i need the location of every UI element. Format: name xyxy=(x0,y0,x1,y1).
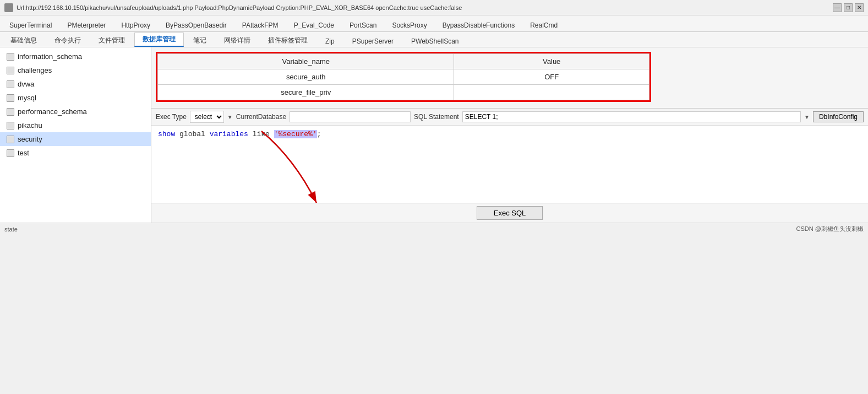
sub-tab-2[interactable]: 文件管理 xyxy=(90,34,133,47)
status-bar: state CSDN @刺椒鱼头没刺椒 xyxy=(0,223,868,235)
table-row: secure_file_priv xyxy=(158,85,649,100)
sub-tab-5[interactable]: 网络详情 xyxy=(216,34,259,47)
app-icon xyxy=(4,3,13,12)
sidebar-item-label: dvwa xyxy=(18,80,34,88)
current-db-label: CurrentDatabase xyxy=(236,113,286,121)
plugin-tab-pmeterpreter[interactable]: PMeterpreter xyxy=(60,19,113,31)
table-header-cell: Value xyxy=(454,54,649,69)
sql-area: Exec Type select ▼ CurrentDatabase SQL S… xyxy=(151,108,868,223)
table-cell: secure_auth xyxy=(158,69,454,85)
sidebar-item-label: security xyxy=(18,135,42,143)
sidebar-item-label: pikachu xyxy=(18,121,42,129)
database-icon xyxy=(7,94,14,102)
plugin-tab-pattackfpm[interactable]: PAttackFPM xyxy=(235,19,286,31)
exec-type-label: Exec Type xyxy=(156,113,187,121)
plugin-tab-bypassdisablefunctions[interactable]: BypassDisableFunctions xyxy=(435,19,522,31)
sub-tab-7[interactable]: Zip xyxy=(317,35,343,47)
window-controls: — □ ✕ xyxy=(833,3,864,12)
right-panel: Variable_nameValue secure_authOFFsecure_… xyxy=(151,47,868,223)
database-icon xyxy=(7,67,14,74)
database-icon xyxy=(7,108,14,116)
exec-sql-button[interactable]: Exec SQL xyxy=(477,206,543,220)
sidebar-item-security[interactable]: security xyxy=(0,132,151,146)
plugin-tab-socksproxy[interactable]: SocksProxy xyxy=(385,19,434,31)
content-area: information_schemachallengesdvwamysqlper… xyxy=(0,47,868,223)
sql-code-area[interactable]: show global variables like '%secure%'; xyxy=(151,126,868,203)
sidebar-item-dvwa[interactable]: dvwa xyxy=(0,77,151,91)
plugin-tab-realcmd[interactable]: RealCmd xyxy=(523,19,565,31)
database-sidebar: information_schemachallengesdvwamysqlper… xyxy=(0,47,151,223)
sql-statement-dropdown-arrow: ▼ xyxy=(804,114,810,120)
plugin-tabs: SuperTerminalPMeterpreterHttpProxyByPass… xyxy=(0,15,868,32)
plugin-tab-httpproxy[interactable]: HttpProxy xyxy=(114,19,157,31)
plugin-tab-bypassopenbasedir[interactable]: ByPassOpenBasedir xyxy=(159,19,234,31)
results-area: Variable_nameValue secure_authOFFsecure_… xyxy=(151,47,868,108)
status-left: state xyxy=(4,226,18,233)
sub-tab-4[interactable]: 笔记 xyxy=(185,34,215,47)
table-body: secure_authOFFsecure_file_priv xyxy=(158,69,649,100)
sidebar-item-label: performance_schema xyxy=(18,107,87,116)
maximize-button[interactable]: □ xyxy=(844,3,853,12)
exec-type-select[interactable]: select xyxy=(190,111,224,123)
sql-statement-input[interactable] xyxy=(462,111,801,122)
sidebar-item-label: mysql xyxy=(18,94,36,102)
sql-semicolon: ; xyxy=(317,130,321,138)
exec-sql-bar: Exec SQL xyxy=(151,203,868,223)
sql-text-like: like xyxy=(248,130,274,138)
results-table-wrapper: Variable_nameValue secure_authOFFsecure_… xyxy=(156,52,651,102)
current-db-input[interactable] xyxy=(290,111,411,122)
table-head: Variable_nameValue xyxy=(158,54,649,69)
table-cell: secure_file_priv xyxy=(158,85,454,100)
table-header-cell: Variable_name xyxy=(158,54,454,69)
sub-tab-8[interactable]: PSuperServer xyxy=(344,35,402,47)
database-icon xyxy=(7,136,14,143)
plugin-tab-superterminal[interactable]: SuperTerminal xyxy=(2,19,59,31)
sub-tab-6[interactable]: 插件标签管理 xyxy=(260,34,316,47)
sub-tab-9[interactable]: PWebShellScan xyxy=(403,35,467,47)
sidebar-item-mysql[interactable]: mysql xyxy=(0,91,151,105)
sql-text-global: global xyxy=(179,130,210,138)
database-icon xyxy=(7,149,14,157)
status-right: CSDN @刺椒鱼头没刺椒 xyxy=(796,225,864,233)
results-table: Variable_nameValue secure_authOFFsecure_… xyxy=(157,53,649,100)
exec-type-dropdown-arrow: ▼ xyxy=(227,114,233,120)
database-icon xyxy=(7,80,14,88)
database-icon xyxy=(7,53,14,61)
sub-tab-0[interactable]: 基础信息 xyxy=(2,34,45,47)
database-icon xyxy=(7,122,14,129)
title-bar: Url:http://192.168.10.150/pikachu/vul/un… xyxy=(0,0,868,15)
plugin-tab-portscan[interactable]: PortScan xyxy=(342,19,384,31)
sub-tabs: 基础信息命令执行文件管理数据库管理笔记网络详情插件标签管理ZipPSuperSe… xyxy=(0,32,868,47)
sidebar-item-challenges[interactable]: challenges xyxy=(0,63,151,77)
exec-bar: Exec Type select ▼ CurrentDatabase SQL S… xyxy=(151,109,868,126)
title-text: Url:http://192.168.10.150/pikachu/vul/un… xyxy=(17,4,462,11)
sidebar-item-test[interactable]: test xyxy=(0,146,151,160)
plugin-tab-p_eval_code[interactable]: P_Eval_Code xyxy=(287,19,341,31)
sql-string-value: '%secure%' xyxy=(274,130,317,138)
sidebar-item-information_schema[interactable]: information_schema xyxy=(0,50,151,63)
sql-statement-label: SQL Statement xyxy=(414,113,459,121)
sidebar-item-label: challenges xyxy=(18,66,52,74)
sidebar-item-label: test xyxy=(18,149,29,157)
sub-tab-1[interactable]: 命令执行 xyxy=(46,34,89,47)
db-info-config-button[interactable]: DbInfoConfig xyxy=(813,111,864,122)
minimize-button[interactable]: — xyxy=(833,3,842,12)
close-button[interactable]: ✕ xyxy=(855,3,864,12)
sidebar-item-performance_schema[interactable]: performance_schema xyxy=(0,105,151,118)
sidebar-item-label: information_schema xyxy=(18,52,82,61)
sql-keyword-show: show xyxy=(158,130,175,138)
table-header-row: Variable_nameValue xyxy=(158,54,649,69)
sub-tab-3[interactable]: 数据库管理 xyxy=(134,33,184,47)
table-cell xyxy=(454,85,649,100)
sql-keyword-variables: variables xyxy=(210,130,248,138)
table-row: secure_authOFF xyxy=(158,69,649,85)
sql-code-line: show global variables like '%secure%'; xyxy=(158,130,321,138)
table-cell: OFF xyxy=(454,69,649,85)
sidebar-item-pikachu[interactable]: pikachu xyxy=(0,118,151,132)
